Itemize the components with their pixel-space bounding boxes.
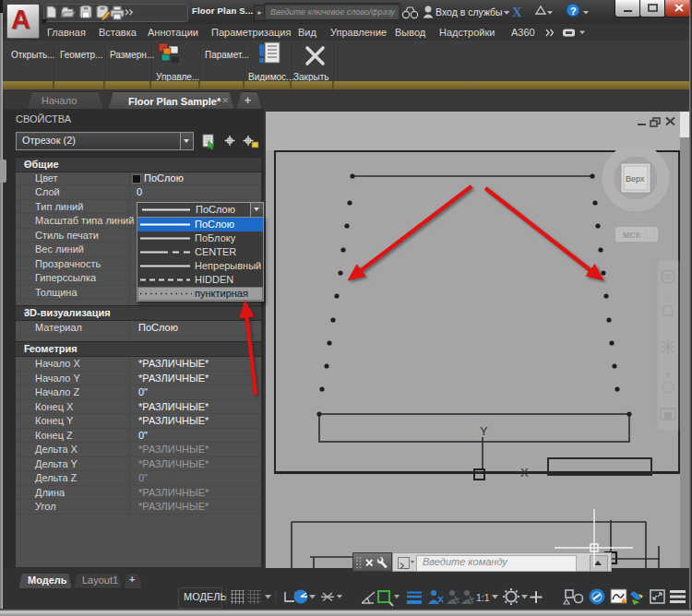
svg-text:X: X [512,5,522,19]
svg-text:?: ? [570,6,577,17]
svg-text:Верх: Верх [626,174,645,184]
svg-text:1:1: 1:1 [476,592,490,603]
svg-text:X: X [520,466,529,480]
svg-text:МСК: МСК [623,231,641,240]
svg-text:ПоСлою: ПоСлою [196,204,235,215]
svg-text:Y: Y [480,424,488,438]
